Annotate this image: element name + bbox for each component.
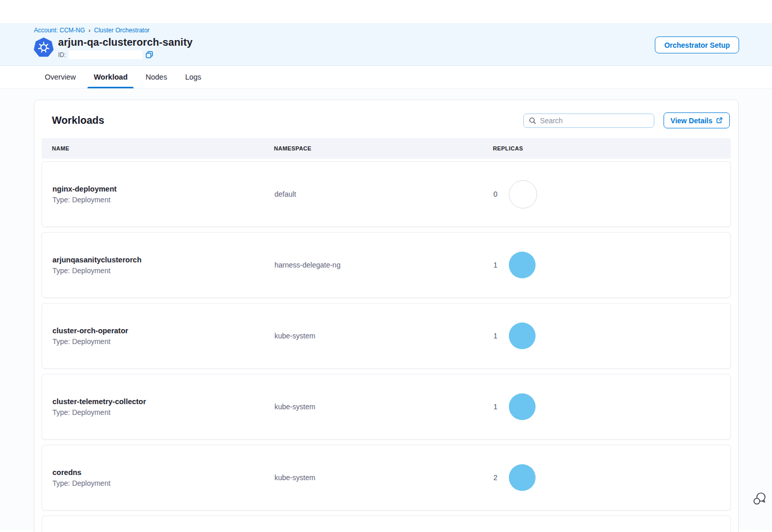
replica-count: 2 [493, 473, 498, 482]
workload-replicas-cell: 2 [493, 464, 730, 491]
breadcrumb-account-link[interactable]: Account: CCM-NG [34, 27, 85, 34]
workload-name-cell: coredns Type: Deployment [52, 468, 274, 487]
view-details-button[interactable]: View Details [664, 112, 730, 128]
tab-logs[interactable]: Logs [182, 66, 204, 88]
cluster-id-label: ID: [58, 51, 66, 59]
copy-id-button[interactable] [145, 51, 153, 59]
replica-bubble [509, 464, 536, 491]
workloads-table-header: NAME NAMESPACE REPLICAS [42, 138, 731, 159]
help-chat-button[interactable] [751, 491, 767, 507]
search-input[interactable] [540, 117, 649, 125]
workload-replicas-cell: 1 [493, 322, 730, 349]
workloads-panel: Workloads View Details NAME NAMESPACE R [34, 100, 739, 532]
replica-bubble [509, 393, 536, 420]
workload-name: cluster-telemetry-collector [52, 397, 274, 406]
workloads-search[interactable] [523, 113, 654, 128]
workload-namespace: harness-delegate-ng [274, 261, 493, 269]
workload-type: Type: Deployment [52, 267, 274, 275]
workload-name-cell: cluster-telemetry-collector Type: Deploy… [52, 397, 274, 416]
replica-count: 0 [493, 190, 498, 198]
column-header-namespace: NAMESPACE [274, 145, 493, 151]
replica-count: 1 [493, 332, 498, 340]
tab-workload[interactable]: Workload [91, 66, 130, 88]
breadcrumb-page-link[interactable]: Cluster Orchestrator [94, 27, 150, 34]
workload-name-cell: arjunqasanityclusterorch Type: Deploymen… [52, 256, 274, 275]
tab-nodes[interactable]: Nodes [143, 66, 170, 88]
workload-name-cell: nginx-deployment Type: Deployment [52, 185, 274, 204]
column-header-name: NAME [52, 145, 274, 151]
view-details-label: View Details [671, 117, 712, 125]
table-row[interactable]: arjunqasanityclusterorch Type: Deploymen… [42, 232, 731, 298]
replica-count: 1 [493, 403, 498, 411]
workloads-table-body: nginx-deployment Type: Deployment defaul… [42, 161, 731, 532]
table-row-partial[interactable] [42, 516, 731, 532]
chat-bubbles-icon [751, 491, 767, 507]
kubernetes-icon [34, 37, 53, 58]
workload-name: nginx-deployment [52, 185, 274, 193]
cluster-tabbar: Overview Workload Nodes Logs [0, 66, 772, 89]
content-area: Workloads View Details NAME NAMESPACE R [0, 89, 772, 530]
page-title: arjun-qa-clusterorch-sanity [58, 36, 193, 48]
workloads-title: Workloads [52, 115, 104, 126]
workload-type: Type: Deployment [52, 337, 274, 346]
table-row[interactable]: nginx-deployment Type: Deployment defaul… [42, 161, 731, 227]
replica-bubble [509, 322, 536, 349]
workload-namespace: kube-system [274, 332, 493, 340]
copy-icon [145, 51, 153, 59]
workload-name: arjunqasanityclusterorch [52, 256, 274, 264]
table-row[interactable]: cluster-telemetry-collector Type: Deploy… [42, 374, 731, 440]
breadcrumb-chevron-icon: › [88, 27, 90, 33]
workload-namespace: default [274, 190, 493, 198]
table-row[interactable]: coredns Type: Deployment kube-system 2 [42, 445, 731, 510]
workload-replicas-cell: 0 [493, 180, 730, 208]
workload-type: Type: Deployment [52, 479, 274, 487]
external-link-icon [716, 117, 723, 124]
workload-replicas-cell: 1 [493, 393, 730, 420]
replica-bubble [509, 180, 537, 208]
cluster-id-redacted-value [69, 50, 142, 59]
workload-type: Type: Deployment [52, 196, 274, 204]
replica-count: 1 [493, 261, 498, 269]
breadcrumb: Account: CCM-NG › Cluster Orchestrator [34, 27, 739, 34]
top-whitespace [0, 0, 772, 23]
table-row[interactable]: cluster-orch-operator Type: Deployment k… [42, 303, 731, 369]
workload-namespace: kube-system [274, 403, 493, 411]
column-header-replicas: REPLICAS [493, 145, 731, 151]
workload-name: cluster-orch-operator [52, 327, 274, 335]
orchestrator-setup-button[interactable]: Orchestrator Setup [655, 36, 739, 53]
workload-namespace: kube-system [274, 473, 493, 482]
search-icon [529, 117, 536, 124]
workload-replicas-cell: 1 [493, 252, 730, 278]
workload-name: coredns [52, 468, 274, 477]
replica-bubble [509, 252, 536, 278]
workload-type: Type: Deployment [52, 408, 274, 416]
workload-name-cell: cluster-orch-operator Type: Deployment [52, 327, 274, 346]
tab-overview[interactable]: Overview [42, 66, 78, 88]
cluster-header: Account: CCM-NG › Cluster Orchestrator [0, 23, 772, 66]
